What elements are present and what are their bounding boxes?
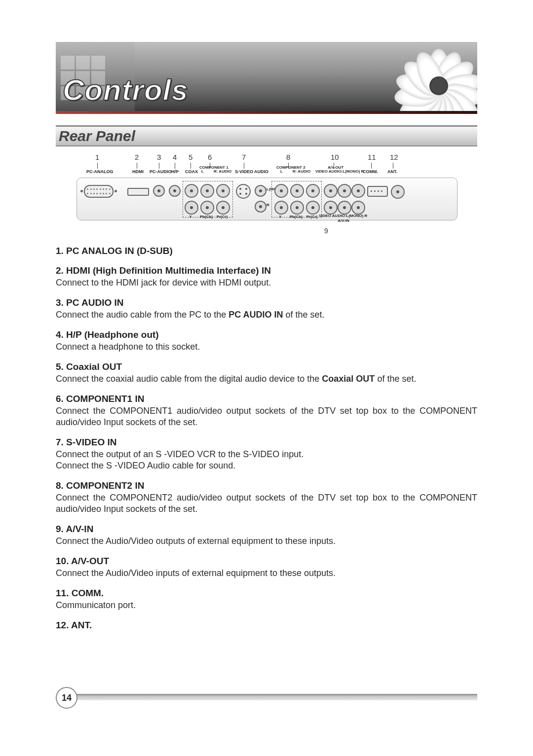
rear-panel-plate: Y Pb(Cb) Pr(Cr) L(MONO) R Y Pb(Cb) Pr(Cr… <box>76 178 457 220</box>
label-hdmi: HDMI <box>132 169 144 174</box>
jack-icon <box>290 201 304 215</box>
item-heading: 1. PC ANALOG IN (D-SUB) <box>56 246 477 256</box>
list-item: 2. HDMI (High Definition Multimedia Inte… <box>56 265 477 288</box>
jack-icon <box>185 184 198 198</box>
item-heading: 12. ANT. <box>56 620 477 631</box>
label-r-audio2: R: AUDIO <box>293 169 310 174</box>
jack-icon <box>216 184 230 198</box>
list-item: 3. PC AUDIO IN Connect the audio cable f… <box>56 297 477 321</box>
list-item: 5. Coaxial OUT Connect the coaxial audio… <box>56 361 477 385</box>
item-body: Connect the audio cable from the PC to t… <box>56 309 477 321</box>
label-r: R <box>266 203 269 207</box>
label-prcr2: Pr(Cr) <box>306 215 318 219</box>
list-item: 10. A/V-OUT Connect the Audio/Video inpu… <box>56 556 477 579</box>
label-coax: COAX <box>185 169 198 174</box>
item-heading: 6. COMPONENT1 IN <box>56 394 477 404</box>
callout-num: 2 <box>135 153 139 161</box>
vga-port-icon <box>84 185 114 198</box>
list-item: 1. PC ANALOG IN (D-SUB) <box>56 246 477 256</box>
callout-num: 6 <box>208 153 212 161</box>
jack-icon <box>351 184 365 198</box>
item-body: Connect the output of an S -VIDEO VCR to… <box>56 449 477 471</box>
item-body: Connect to the HDMI jack for device with… <box>56 277 477 288</box>
chapter-title: Controls <box>63 73 189 107</box>
label-avin-sub: VIDEO AUDIO:L(MONO) R <box>319 214 367 218</box>
item-body: Communicaton port. <box>56 600 477 611</box>
label-pbcb: Pb(Cb) <box>200 215 213 219</box>
jack-icon <box>324 201 338 215</box>
antenna-port-icon <box>391 185 405 199</box>
item-heading: 4. H/P (Headphone out) <box>56 329 477 340</box>
list-item: 7. S-VIDEO IN Connect the output of an S… <box>56 437 477 471</box>
svideo-port-icon <box>236 184 251 199</box>
label-svideo: S-VIDEO <box>235 169 253 174</box>
jack-icon <box>338 201 351 215</box>
item-body: Connect the Audio/Video outputs of exter… <box>56 536 477 547</box>
jack-icon <box>351 201 365 215</box>
jack-icon <box>200 184 214 198</box>
section-heading: Rear Panel <box>56 125 477 145</box>
item-heading: 3. PC AUDIO IN <box>56 297 477 308</box>
item-heading: 9. A/V-IN <box>56 524 477 535</box>
jack-icon <box>255 201 266 213</box>
callout-num: 8 <box>286 153 290 161</box>
footer-bar <box>75 694 477 700</box>
label-y: Y <box>189 215 191 219</box>
label-prcr: Pr(Cr) <box>217 215 228 219</box>
list-item: 4. H/P (Headphone out) Connect a headpho… <box>56 329 477 353</box>
banner-underline <box>56 111 477 114</box>
jack-icon <box>274 184 288 198</box>
label-l2: L <box>280 169 283 174</box>
diagram-callout-numbers: 1 2 3 4 5 6 7 8 10 11 12 <box>76 153 457 163</box>
jack-icon <box>324 184 338 198</box>
callout-num: 7 <box>242 153 246 161</box>
label-avout-sub: VIDEO AUDIO:L(MONO) R <box>315 169 364 174</box>
item-heading: 8. COMPONENT2 IN <box>56 480 477 491</box>
item-body: Connect the COMPONENT2 audio/video outpu… <box>56 492 477 515</box>
label-l: L <box>201 169 204 174</box>
callout-num: 1 <box>95 153 99 161</box>
jack-icon <box>255 185 266 197</box>
list-item: 6. COMPONENT1 IN Connect the COMPONENT1 … <box>56 394 477 428</box>
item-heading: 10. A/V-OUT <box>56 556 477 567</box>
descriptions-list: 1. PC ANALOG IN (D-SUB) 2. HDMI (High De… <box>56 246 477 640</box>
page-number: 14 <box>56 687 77 709</box>
label-ant: ANT. <box>387 169 397 174</box>
label-y2: Y <box>279 215 281 219</box>
label-pc-analog: PC-ANALOG <box>86 169 114 174</box>
item-heading: 5. Coaxial OUT <box>56 361 477 372</box>
jack-icon <box>153 185 165 197</box>
callout-num: 5 <box>189 153 192 161</box>
jack-icon <box>216 201 230 215</box>
jack-icon <box>338 184 351 198</box>
label-pbcb2: Pb(Cb) <box>290 215 303 219</box>
chapter-banner: Controls <box>56 42 477 111</box>
flower-icon <box>409 49 468 108</box>
jack-icon <box>200 201 214 215</box>
label-pc-audio: PC-AUDIO <box>150 169 172 174</box>
item-body: Connect the Audio/Video inputs of extern… <box>56 568 477 579</box>
item-heading: 7. S-VIDEO IN <box>56 437 477 448</box>
list-item: 11. COMM. Communicaton port. <box>56 588 477 611</box>
section-rule <box>56 145 477 146</box>
jack-icon <box>169 185 181 197</box>
hdmi-port-icon <box>127 188 149 196</box>
label-hp: H/P <box>171 169 179 174</box>
item-body: Connect the COMPONENT1 audio/video outpu… <box>56 405 477 428</box>
rear-panel-diagram: 1 2 3 4 5 6 7 8 10 11 12 PC-ANALOG HDMI … <box>76 153 457 242</box>
item-body: Connect a headphone to this socket. <box>56 341 477 353</box>
callout-num: 10 <box>331 153 339 161</box>
callout-num: 11 <box>368 153 376 161</box>
item-heading: 2. HDMI (High Definition Multimedia Inte… <box>56 265 477 276</box>
jack-icon <box>274 201 288 215</box>
list-item: 8. COMPONENT2 IN Connect the COMPONENT2 … <box>56 480 477 515</box>
list-item: 12. ANT. <box>56 620 477 631</box>
comm-port-icon <box>367 186 388 197</box>
item-body: Connect the coaxial audio cable from the… <box>56 373 477 385</box>
jack-icon <box>185 201 198 215</box>
callout-num: 4 <box>173 153 177 161</box>
jack-icon <box>306 201 320 215</box>
jack-icon <box>290 184 304 198</box>
diagram-ticks <box>76 163 457 170</box>
callout-num: 12 <box>390 153 398 161</box>
